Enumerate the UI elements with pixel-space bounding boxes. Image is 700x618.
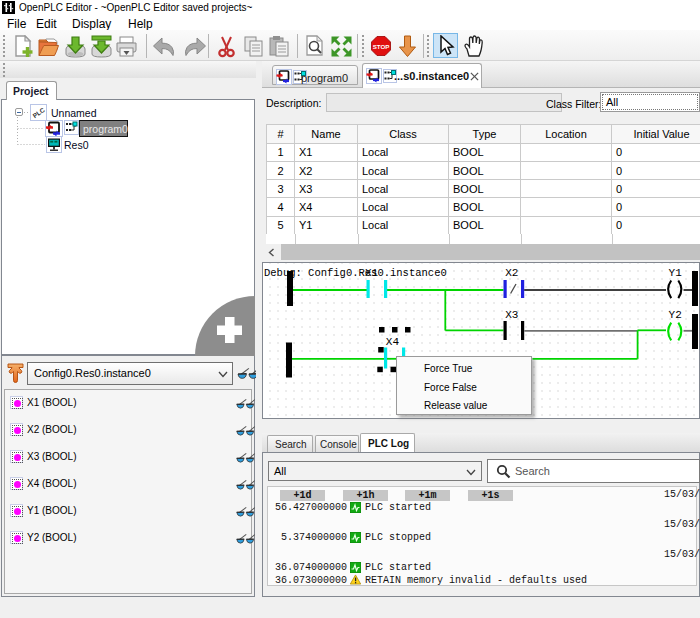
svg-text:STOP: STOP: [373, 43, 390, 50]
svg-text:X2: X2: [505, 267, 518, 279]
svg-text:Y2: Y2: [669, 309, 682, 321]
svg-text:X3: X3: [505, 309, 518, 321]
svg-text:X4: X4: [386, 336, 400, 348]
svg-text:Y1: Y1: [669, 267, 683, 279]
